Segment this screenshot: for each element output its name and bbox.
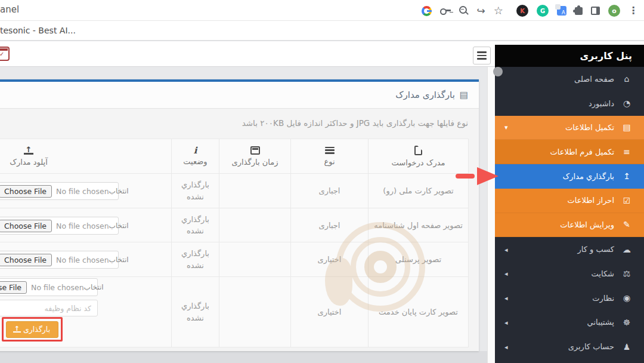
upload-notice: نوع فایلها جهت بارگذاری باید JPG و حداکث… [0, 109, 479, 135]
column-header: نوع [324, 157, 335, 166]
sidebar-item-2[interactable]: ◔داشبورد [495, 91, 644, 116]
info-icon: i [194, 147, 197, 154]
side-panel-icon[interactable] [591, 7, 600, 15]
sidebar-item-9[interactable]: ⚖شکایت◂ [495, 262, 644, 286]
choose-file-button[interactable]: Choose File [0, 254, 52, 266]
sidebar-item-label: داشبورد [589, 99, 614, 108]
sidebar-item-10[interactable]: ◉نظارت◂ [495, 286, 644, 310]
browser-toolbar-icons: ↪ ☆ K G A o ⋮ [422, 3, 638, 19]
id-card-icon: ▤ [460, 90, 468, 100]
user-icon: ♟ [620, 342, 633, 352]
sidebar-item-4[interactable]: ≡تکمیل فرم اطلاعات [495, 140, 644, 164]
no-file-chosen-text: No file chosen [56, 256, 109, 264]
card-title: بارگذاری مدارک [395, 90, 455, 100]
sidebar-item-label: تکمیل اطلاعات [565, 123, 614, 132]
site-logo-calendar-icon [0, 47, 10, 61]
status-cell: بارگذاري نشده [172, 174, 219, 208]
upload-time-cell [219, 277, 291, 347]
scrollbar-thumb[interactable] [493, 67, 503, 76]
file-input[interactable]: Choose FileNo file chosenانتخاب [0, 217, 119, 235]
cloud-icon: ☁ [620, 245, 633, 254]
caret-down-icon: ▾ [504, 124, 508, 131]
doc-name-cell: تصویر کارت ملی (رو) [369, 174, 469, 208]
upload-time-cell [219, 174, 291, 208]
doc-type-cell: اجباری [291, 174, 369, 208]
status-text: بارگذاري نشده [177, 214, 214, 237]
table-row: تصویر کارت پایان خدمتاختیاریبارگذاري نشد… [0, 277, 469, 347]
sidebar-item-8[interactable]: ☁کسب و کار◂ [495, 237, 644, 262]
profile-avatar[interactable]: o [608, 5, 620, 17]
password-key-icon[interactable] [440, 7, 451, 14]
upload-time-cell [219, 208, 291, 242]
sidebar-header: پنل کاربری [495, 45, 644, 67]
google-logo-icon[interactable] [422, 6, 432, 16]
sidebar-item-label: شکایت [592, 269, 614, 278]
no-file-chosen-text: No file chosen [56, 187, 109, 196]
choose-file-button[interactable]: Choose File [0, 220, 52, 232]
browser-tab-title: anel [0, 4, 19, 15]
highlight-red-box: ↑بارگذاری [2, 317, 63, 342]
translate-icon[interactable]: A [557, 6, 566, 16]
caret-left-icon: ◂ [504, 318, 508, 326]
table-row: تصویر پرسنلیاختیاریبارگذاري نشدهChoose F… [0, 242, 469, 277]
military-code-input[interactable] [0, 300, 98, 316]
sidebar-item-label: صفحه اصلی [574, 75, 614, 84]
choose-file-button[interactable]: Choose File [0, 281, 27, 294]
sidebar-item-6[interactable]: ☑احراز اطلاعات [495, 189, 644, 213]
sidebar-item-label: کسب و کار [577, 245, 614, 254]
upload-icon: ↑ [14, 326, 20, 333]
caret-left-icon: ◂ [504, 270, 508, 278]
menu-toggle-button[interactable] [473, 47, 491, 64]
user-panel-sidebar: پنل کاربری ⌂صفحه اصلی◔داشبورد▤تکمیل اطلا… [495, 45, 644, 363]
sidebar-item-label: نظارت [592, 294, 614, 303]
grammarly-icon[interactable]: G [537, 5, 549, 17]
choose-file-button[interactable]: Choose File [0, 185, 52, 198]
file-input[interactable]: Choose FileNo file chosenانتخاب [0, 278, 98, 296]
status-text: بارگذاري نشده [177, 300, 214, 324]
browser-menu-dots-icon[interactable]: ⋮ [628, 6, 638, 16]
file-input[interactable]: Choose FileNo file chosenانتخاب [0, 182, 119, 200]
column-header: وضعیت [183, 157, 207, 166]
list-icon [325, 147, 335, 154]
upload-time-cell [219, 242, 291, 277]
upload-button-label: بارگذاری [23, 325, 50, 334]
doc-type-cell: اختیاری [291, 242, 369, 277]
file-input[interactable]: Choose FileNo file chosenانتخاب [0, 251, 119, 269]
sidebar-item-label: تکمیل فرم اطلاعات [550, 147, 614, 156]
caret-left-icon: ◂ [504, 245, 508, 253]
support-icon: ☸ [620, 318, 633, 327]
upload-cell: Choose FileNo file chosenانتخاب↑بارگذاری [0, 277, 172, 347]
column-header: زمان بارگذاری [232, 158, 278, 167]
doc-name-cell: تصویر کارت پایان خدمت [369, 277, 469, 347]
home-icon: ⌂ [620, 74, 633, 84]
page-scrollbar[interactable] [487, 67, 495, 363]
share-icon[interactable]: ↪ [477, 6, 485, 16]
screenshot-root: anel ↪ ☆ K G A o ⋮ tesonic - Best AI... … [0, 0, 644, 363]
zoom-out-icon[interactable] [459, 6, 469, 16]
sidebar-item-11[interactable]: ☸پشتیباني◂ [495, 310, 644, 335]
status-cell: بارگذاري نشده [172, 277, 219, 347]
browser-chrome: anel ↪ ☆ K G A o ⋮ [0, 0, 644, 20]
upload-cell: Choose FileNo file chosenانتخاب [0, 174, 172, 208]
sidebar-item-5[interactable]: ↥بارگذاري مدارک [495, 164, 644, 189]
extension-avatar-k[interactable]: K [516, 5, 528, 17]
footer-strip [0, 351, 495, 363]
sidebar-item-1[interactable]: ⌂صفحه اصلی [495, 67, 644, 91]
caret-left-icon: ◂ [504, 343, 508, 350]
caret-left-icon: ◂ [504, 294, 508, 302]
bookmark-label[interactable]: tesonic - Best AI... [0, 26, 76, 35]
check-square-icon: ☑ [620, 196, 633, 205]
extensions-puzzle-icon[interactable] [575, 7, 583, 15]
sidebar-item-3[interactable]: ▤تکمیل اطلاعات▾ [495, 116, 644, 140]
upload-button[interactable]: ↑بارگذاری [6, 321, 58, 338]
form-list-icon: ≡ [620, 147, 633, 156]
documents-table: مدرک درخواست نوع زمان بارگذاری i وضعیت ↑… [0, 139, 469, 347]
sidebar-item-label: پشتیباني [587, 318, 614, 327]
status-text: بارگذاري نشده [177, 179, 214, 202]
upload-icon: ↥ [620, 171, 633, 181]
sidebar-item-12[interactable]: ♟حساب کاربری◂ [495, 334, 644, 359]
no-file-chosen-text: No file chosen [56, 222, 109, 230]
sidebar-item-7[interactable]: ✎ویرایش اطلاعات [495, 213, 644, 238]
bookmark-star-icon[interactable]: ☆ [494, 5, 503, 16]
edit-icon: ✎ [620, 220, 633, 229]
